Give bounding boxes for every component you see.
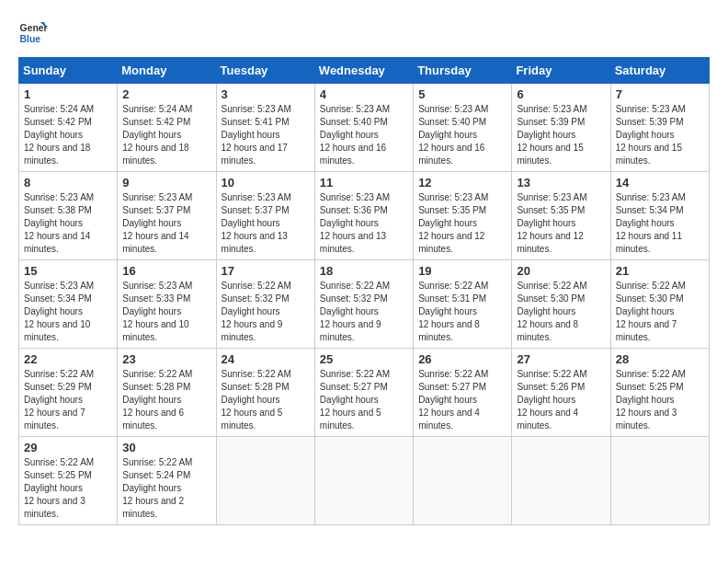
calendar-cell: 13 Sunrise: 5:23 AM Sunset: 5:35 PM Dayl…: [512, 172, 610, 260]
daylight-value: 12 hours and 9 minutes.: [222, 319, 283, 342]
sunset-label: Sunset: 5:35 PM: [418, 205, 486, 215]
sunset-label: Sunset: 5:39 PM: [616, 117, 684, 127]
sunrise-label: Sunrise: 5:22 AM: [24, 457, 94, 467]
daylight-label: Daylight hours: [122, 306, 181, 316]
day-info: Sunrise: 5:23 AM Sunset: 5:39 PM Dayligh…: [616, 103, 704, 167]
daylight-label: Daylight hours: [320, 395, 379, 405]
daylight-value: 12 hours and 7 minutes.: [616, 319, 677, 342]
daylight-label: Daylight hours: [418, 218, 477, 228]
day-info: Sunrise: 5:23 AM Sunset: 5:35 PM Dayligh…: [517, 191, 605, 256]
calendar-week-row: 22 Sunrise: 5:22 AM Sunset: 5:29 PM Dayl…: [19, 349, 710, 437]
day-info: Sunrise: 5:23 AM Sunset: 5:33 PM Dayligh…: [122, 280, 210, 344]
calendar-cell: 29 Sunrise: 5:22 AM Sunset: 5:25 PM Dayl…: [19, 437, 118, 525]
sunrise-label: Sunrise: 5:22 AM: [517, 281, 586, 291]
column-header-saturday: Saturday: [610, 58, 709, 84]
day-info: Sunrise: 5:22 AM Sunset: 5:29 PM Dayligh…: [24, 368, 112, 432]
sunset-label: Sunset: 5:34 PM: [24, 293, 92, 304]
day-info: Sunrise: 5:22 AM Sunset: 5:27 PM Dayligh…: [418, 368, 506, 432]
calendar-header-row: SundayMondayTuesdayWednesdayThursdayFrid…: [19, 58, 710, 84]
calendar-cell: 18 Sunrise: 5:22 AM Sunset: 5:32 PM Dayl…: [314, 260, 413, 349]
day-info: Sunrise: 5:22 AM Sunset: 5:30 PM Dayligh…: [616, 280, 704, 344]
day-info: Sunrise: 5:23 AM Sunset: 5:34 PM Dayligh…: [24, 280, 112, 344]
day-number: 2: [122, 87, 210, 101]
daylight-label: Daylight hours: [24, 306, 83, 316]
calendar-cell: 10 Sunrise: 5:23 AM Sunset: 5:37 PM Dayl…: [216, 172, 314, 260]
sunset-label: Sunset: 5:38 PM: [24, 205, 92, 215]
sunset-label: Sunset: 5:40 PM: [320, 117, 388, 127]
calendar-cell: 27 Sunrise: 5:22 AM Sunset: 5:26 PM Dayl…: [512, 349, 610, 437]
sunrise-label: Sunrise: 5:24 AM: [122, 104, 192, 114]
calendar-cell: [414, 437, 512, 525]
sunrise-label: Sunrise: 5:23 AM: [616, 104, 686, 114]
calendar-week-row: 8 Sunrise: 5:23 AM Sunset: 5:38 PM Dayli…: [19, 172, 710, 260]
sunset-label: Sunset: 5:26 PM: [517, 382, 585, 392]
sunset-label: Sunset: 5:24 PM: [122, 470, 190, 480]
day-number: 4: [320, 87, 408, 101]
daylight-label: Daylight hours: [122, 483, 181, 493]
column-header-friday: Friday: [512, 58, 610, 84]
calendar-cell: 9 Sunrise: 5:23 AM Sunset: 5:37 PM Dayli…: [118, 172, 216, 260]
sunset-label: Sunset: 5:37 PM: [222, 205, 290, 215]
calendar-cell: 16 Sunrise: 5:23 AM Sunset: 5:33 PM Dayl…: [118, 260, 216, 349]
calendar-cell: [512, 437, 610, 525]
day-info: Sunrise: 5:23 AM Sunset: 5:38 PM Dayligh…: [24, 191, 112, 256]
header: General Blue: [18, 18, 710, 48]
column-header-wednesday: Wednesday: [314, 58, 413, 84]
daylight-value: 12 hours and 12 minutes.: [418, 231, 484, 254]
sunrise-label: Sunrise: 5:23 AM: [320, 192, 390, 202]
sunset-label: Sunset: 5:37 PM: [122, 205, 190, 215]
calendar-cell: 5 Sunrise: 5:23 AM Sunset: 5:40 PM Dayli…: [414, 84, 512, 172]
calendar-cell: [314, 437, 413, 525]
day-number: 14: [616, 176, 704, 190]
sunrise-label: Sunrise: 5:23 AM: [517, 104, 586, 114]
day-number: 7: [616, 87, 704, 101]
svg-text:Blue: Blue: [20, 34, 41, 44]
daylight-label: Daylight hours: [320, 130, 379, 140]
calendar-cell: 26 Sunrise: 5:22 AM Sunset: 5:27 PM Dayl…: [414, 349, 512, 437]
sunrise-label: Sunrise: 5:23 AM: [24, 281, 94, 291]
day-number: 3: [222, 87, 310, 101]
daylight-value: 12 hours and 18 minutes.: [24, 143, 90, 166]
sunrise-label: Sunrise: 5:23 AM: [320, 104, 390, 114]
logo: General Blue: [18, 18, 48, 48]
sunset-label: Sunset: 5:25 PM: [24, 470, 92, 480]
day-info: Sunrise: 5:23 AM Sunset: 5:41 PM Dayligh…: [222, 103, 310, 167]
sunset-label: Sunset: 5:27 PM: [418, 382, 486, 392]
daylight-label: Daylight hours: [418, 130, 477, 140]
daylight-value: 12 hours and 14 minutes.: [122, 231, 188, 254]
daylight-label: Daylight hours: [418, 395, 477, 405]
daylight-value: 12 hours and 17 minutes.: [222, 143, 288, 166]
day-info: Sunrise: 5:22 AM Sunset: 5:32 PM Dayligh…: [222, 280, 310, 344]
day-number: 24: [222, 352, 310, 366]
daylight-value: 12 hours and 9 minutes.: [320, 319, 381, 342]
day-number: 6: [517, 87, 605, 101]
daylight-label: Daylight hours: [616, 130, 675, 140]
calendar-cell: 24 Sunrise: 5:22 AM Sunset: 5:28 PM Dayl…: [216, 349, 314, 437]
sunrise-label: Sunrise: 5:22 AM: [418, 369, 488, 379]
calendar-week-row: 1 Sunrise: 5:24 AM Sunset: 5:42 PM Dayli…: [19, 84, 710, 172]
sunrise-label: Sunrise: 5:22 AM: [320, 281, 390, 291]
daylight-value: 12 hours and 15 minutes.: [616, 143, 682, 166]
sunset-label: Sunset: 5:32 PM: [222, 293, 290, 304]
calendar-cell: 6 Sunrise: 5:23 AM Sunset: 5:39 PM Dayli…: [512, 84, 610, 172]
daylight-value: 12 hours and 10 minutes.: [122, 319, 188, 342]
day-number: 9: [122, 176, 210, 190]
day-number: 23: [122, 352, 210, 366]
day-info: Sunrise: 5:22 AM Sunset: 5:32 PM Dayligh…: [320, 280, 408, 344]
day-info: Sunrise: 5:23 AM Sunset: 5:37 PM Dayligh…: [222, 191, 310, 256]
column-header-sunday: Sunday: [19, 58, 118, 84]
day-number: 5: [418, 87, 506, 101]
sunrise-label: Sunrise: 5:22 AM: [616, 369, 686, 379]
daylight-value: 12 hours and 14 minutes.: [24, 231, 90, 254]
calendar-week-row: 15 Sunrise: 5:23 AM Sunset: 5:34 PM Dayl…: [19, 260, 710, 349]
day-info: Sunrise: 5:23 AM Sunset: 5:35 PM Dayligh…: [418, 191, 506, 256]
day-info: Sunrise: 5:22 AM Sunset: 5:25 PM Dayligh…: [616, 368, 704, 432]
sunset-label: Sunset: 5:42 PM: [122, 117, 190, 127]
sunset-label: Sunset: 5:39 PM: [517, 117, 585, 127]
daylight-value: 12 hours and 4 minutes.: [517, 408, 578, 431]
daylight-label: Daylight hours: [122, 395, 181, 405]
sunrise-label: Sunrise: 5:22 AM: [122, 457, 192, 467]
sunrise-label: Sunrise: 5:22 AM: [616, 281, 686, 291]
day-info: Sunrise: 5:24 AM Sunset: 5:42 PM Dayligh…: [122, 103, 210, 167]
daylight-value: 12 hours and 12 minutes.: [517, 231, 583, 254]
